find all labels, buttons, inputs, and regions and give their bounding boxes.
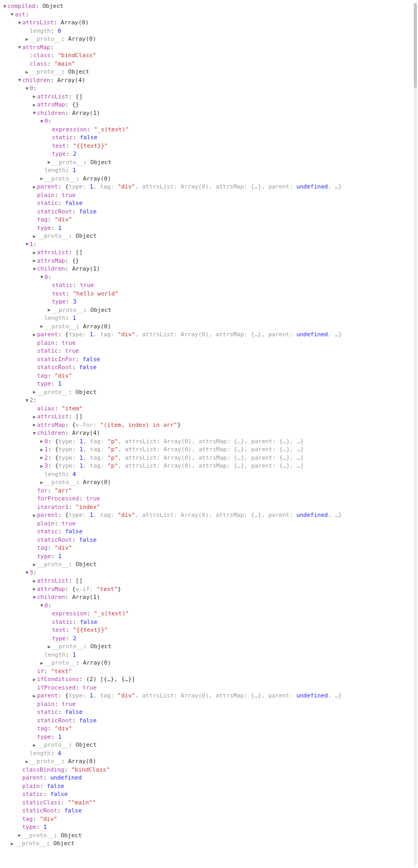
tree-row[interactable]: ▼0: [2, 117, 418, 126]
disclosure-right-icon[interactable]: ▶ [32, 413, 37, 421]
disclosure-down-icon[interactable]: ▼ [10, 11, 15, 19]
tree-row[interactable]: ▶__proto__: Array(0) [2, 659, 418, 667]
disclosure-right-icon[interactable]: ▶ [24, 68, 30, 76]
tree-row[interactable]: ▶parent: {type: 1, tag: "div", attrsList… [2, 511, 418, 520]
tree-row[interactable]: ▶1: {type: 1, tag: "p", attrsList: Array… [2, 445, 418, 454]
disclosure-down-icon[interactable]: ▼ [32, 109, 37, 117]
tree-row[interactable]: ▼children: Array(4) [2, 76, 418, 85]
disclosure-right-icon[interactable]: ▶ [32, 388, 37, 396]
disclosure-right-icon[interactable]: ▶ [39, 462, 44, 470]
disclosure-down-icon[interactable]: ▼ [39, 118, 44, 126]
disclosure-down-icon[interactable]: ▼ [17, 43, 22, 51]
disclosure-right-icon[interactable]: ▶ [24, 758, 30, 766]
tree-row[interactable]: ▼children: Array(4) [2, 429, 418, 437]
disclosure-right-icon[interactable]: ▶ [47, 306, 52, 314]
disclosure-right-icon[interactable]: ▶ [32, 741, 37, 749]
tree-row[interactable]: ▶0: {type: 1, tag: "p", attrsList: Array… [2, 437, 418, 446]
tree-row[interactable]: ▶attrsList: [] [2, 248, 418, 257]
disclosure-right-icon[interactable]: ▶ [39, 454, 44, 462]
tree-row[interactable]: ▶__proto__: Array(0) [2, 478, 418, 487]
disclosure-down-icon[interactable]: ▼ [32, 429, 37, 437]
tree-row[interactable]: ▶3: {type: 1, tag: "p", attrsList: Array… [2, 462, 418, 470]
disclosure-right-icon[interactable]: ▶ [32, 93, 37, 101]
tree-row[interactable]: ▶2: {type: 1, tag: "p", attrsList: Array… [2, 454, 418, 462]
disclosure-right-icon[interactable]: ▶ [32, 183, 37, 191]
tree-row[interactable]: ▶attrsMap: {v-if: "text"} [2, 585, 418, 594]
disclosure-right-icon[interactable]: ▶ [47, 158, 52, 166]
tree-row[interactable]: ▶__proto__: Object [2, 232, 418, 240]
tree-row[interactable]: ▼0: [2, 273, 418, 282]
disclosure-right-icon[interactable]: ▶ [32, 585, 37, 593]
tree-row[interactable]: ▶__proto__: Object [2, 388, 418, 397]
disclosure-down-icon[interactable]: ▼ [17, 76, 22, 84]
tree-row[interactable]: ▶__proto__: Object [2, 306, 418, 315]
disclosure-down-icon[interactable]: ▼ [32, 594, 37, 602]
tree-row[interactable]: ▶parent: {type: 1, tag: "div", attrsList… [2, 183, 418, 191]
disclosure-right-icon[interactable]: ▶ [39, 437, 44, 445]
tree-row[interactable]: ▶__proto__: Object [2, 158, 418, 167]
tree-row[interactable]: ▶__proto__: Object [2, 831, 418, 840]
tree-row[interactable]: ▶attrsList: [] [2, 413, 418, 421]
tree-row[interactable]: ▼children: Array(1) [2, 265, 418, 273]
disclosure-down-icon[interactable]: ▼ [24, 85, 30, 93]
tree-row[interactable]: ▼ast: [2, 11, 418, 19]
tree-row[interactable]: ▶__proto__: Object [2, 68, 418, 76]
tree-row[interactable]: ▶attrsList: [] [2, 93, 418, 101]
tree-row[interactable]: ▶__proto__: Array(0) [2, 323, 418, 331]
tree-row[interactable]: ▶__proto__: Array(0) [2, 757, 418, 766]
tree-row[interactable]: ▶__proto__: Object [2, 741, 418, 749]
disclosure-down-icon[interactable]: ▼ [24, 397, 30, 405]
disclosure-right-icon[interactable]: ▶ [32, 692, 37, 700]
disclosure-right-icon[interactable]: ▶ [32, 577, 37, 585]
tree-row[interactable]: ▶__proto__: Object [2, 839, 418, 848]
disclosure-right-icon[interactable]: ▶ [47, 643, 52, 651]
disclosure-right-icon[interactable]: ▶ [32, 421, 37, 429]
tree-row[interactable]: ▶attrsMap: {v-for: "(item, index) in arr… [2, 421, 418, 429]
tree-row[interactable]: ▼0: [2, 602, 418, 610]
disclosure-right-icon[interactable]: ▶ [32, 232, 37, 240]
tree-row[interactable]: ▼attrsList: Array(0) [2, 19, 418, 27]
disclosure-right-icon[interactable]: ▶ [39, 479, 44, 487]
disclosure-right-icon[interactable]: ▶ [39, 175, 44, 183]
disclosure-right-icon[interactable]: ▶ [24, 35, 30, 43]
tree-row[interactable]: ▼children: Array(1) [2, 593, 418, 602]
tree-row[interactable]: ▶parent: {type: 1, tag: "div", attrsList… [2, 330, 418, 339]
disclosure-right-icon[interactable]: ▶ [32, 257, 37, 265]
disclosure-right-icon[interactable]: ▶ [39, 659, 44, 667]
disclosure-right-icon[interactable]: ▶ [39, 446, 44, 454]
disclosure-down-icon[interactable]: ▼ [32, 265, 37, 273]
tree-row[interactable]: ▶__proto__: Array(0) [2, 35, 418, 43]
disclosure-down-icon[interactable]: ▼ [17, 19, 22, 27]
tree-row[interactable]: ▼3: [2, 569, 418, 577]
tree-row[interactable]: ▼compiled: Object [2, 2, 418, 11]
disclosure-right-icon[interactable]: ▶ [32, 101, 37, 109]
disclosure-right-icon[interactable]: ▶ [32, 512, 37, 520]
object-tree[interactable]: ▼compiled: Object▼ast: ▼attrsList: Array… [2, 2, 418, 848]
disclosure-right-icon[interactable]: ▶ [32, 561, 37, 569]
tree-row[interactable]: ▶attrsMap: {} [2, 257, 418, 265]
disclosure-right-icon[interactable]: ▶ [32, 331, 37, 339]
disclosure-down-icon[interactable]: ▼ [2, 3, 7, 11]
tree-row[interactable]: ▼0: [2, 84, 418, 93]
tree-row[interactable]: ▶__proto__: Array(0) [2, 175, 418, 183]
disclosure-down-icon[interactable]: ▼ [24, 240, 30, 248]
disclosure-right-icon[interactable]: ▶ [17, 831, 22, 839]
tree-row[interactable]: ▼1: [2, 240, 418, 249]
tree-row[interactable]: ▶attrsList: [] [2, 577, 418, 585]
tree-row[interactable]: ▼children: Array(1) [2, 109, 418, 118]
disclosure-right-icon[interactable]: ▶ [32, 676, 37, 684]
tree-row[interactable]: ▶__proto__: Object [2, 642, 418, 651]
tree-row[interactable]: ▼attrsMap: [2, 43, 418, 52]
disclosure-down-icon[interactable]: ▼ [39, 602, 44, 610]
tree-row[interactable]: ▶attrsMap: {} [2, 101, 418, 109]
tree-row[interactable]: ▼2: [2, 396, 418, 405]
tree-row[interactable]: ▶parent: {type: 1, tag: "div", attrsList… [2, 692, 418, 700]
tree-row[interactable]: ▶__proto__: Object [2, 560, 418, 569]
tree-row[interactable]: ▶ifConditions: (2) [{…}, {…}] [2, 675, 418, 684]
disclosure-right-icon[interactable]: ▶ [32, 249, 37, 257]
scrollbar-thumb[interactable] [414, 3, 417, 88]
disclosure-down-icon[interactable]: ▼ [39, 273, 44, 281]
scrollbar-track[interactable] [414, 2, 417, 850]
disclosure-right-icon[interactable]: ▶ [39, 323, 44, 330]
disclosure-down-icon[interactable]: ▼ [24, 569, 30, 577]
